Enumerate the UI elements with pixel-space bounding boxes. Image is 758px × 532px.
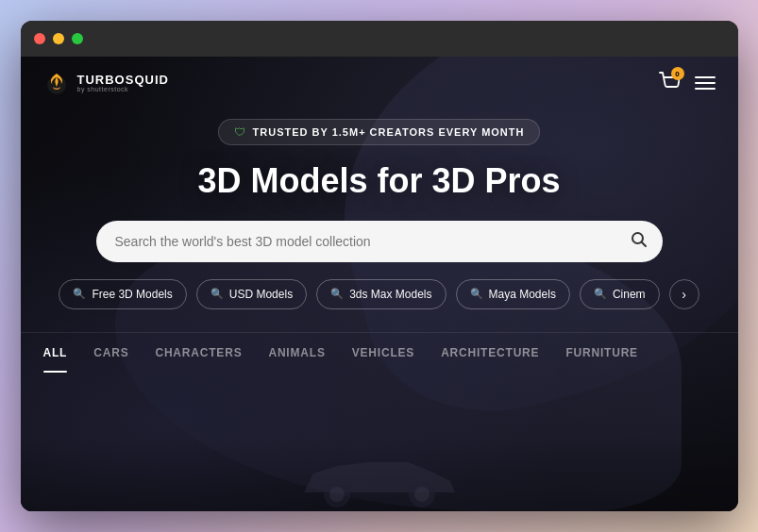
chip-free-3d-models[interactable]: 🔍 Free 3D Models <box>59 279 186 309</box>
nav-right: 0 <box>659 72 716 94</box>
hero-title: 3D Models for 3D Pros <box>43 162 716 200</box>
cart-button[interactable]: 0 <box>659 72 680 94</box>
chip-label-2: 3ds Max Models <box>349 288 431 301</box>
tab-architecture[interactable]: ARCHITECTURE <box>441 333 539 373</box>
navbar: TURBOSQUID by shutterstock 0 <box>21 57 738 109</box>
browser-window: TURBOSQUID by shutterstock 0 <box>21 21 738 511</box>
tab-characters-label: CHARACTERS <box>155 346 242 359</box>
chip-search-icon-3: 🔍 <box>470 288 483 300</box>
chip-3dsmax-models[interactable]: 🔍 3ds Max Models <box>316 279 446 309</box>
hero-section: 🛡 TRUSTED BY 1.5M+ CREATORS EVERY MONTH … <box>21 109 738 309</box>
cart-badge: 0 <box>671 67 684 80</box>
chip-usd-models[interactable]: 🔍 USD Models <box>196 279 307 309</box>
logo-text: TURBOSQUID by shutterstock <box>77 74 169 92</box>
minimize-button[interactable] <box>53 33 64 44</box>
preview-car-silhouette <box>285 445 474 511</box>
svg-point-4 <box>329 487 345 502</box>
tab-vehicles[interactable]: VEHICLES <box>352 333 414 373</box>
logo-main-text: TURBOSQUID <box>77 74 169 86</box>
tab-furniture[interactable]: FURNITURE <box>565 333 638 373</box>
tab-all[interactable]: ALL <box>43 333 68 373</box>
trust-badge: 🛡 TRUSTED BY 1.5M+ CREATORS EVERY MONTH <box>218 119 541 145</box>
hamburger-line-2 <box>695 82 716 84</box>
tab-vehicles-label: VEHICLES <box>352 346 414 359</box>
preview-strip <box>21 436 738 511</box>
browser-titlebar <box>21 21 738 57</box>
chip-label-1: USD Models <box>229 288 293 301</box>
tab-animals-label: ANIMALS <box>268 346 325 359</box>
maximize-button[interactable] <box>72 33 83 44</box>
tab-cars-label: CARS <box>93 346 128 359</box>
trust-text: TRUSTED BY 1.5M+ CREATORS EVERY MONTH <box>253 126 525 138</box>
chip-label-3: Maya Models <box>489 288 556 301</box>
logo-sub-text: by shutterstock <box>77 86 169 92</box>
hamburger-line-3 <box>695 88 716 90</box>
shield-icon: 🛡 <box>234 125 245 139</box>
chip-cinema-models[interactable]: 🔍 Cinem <box>580 279 660 309</box>
chip-search-icon-0: 🔍 <box>73 288 86 300</box>
close-button[interactable] <box>34 33 45 44</box>
quick-search-chips: 🔍 Free 3D Models 🔍 USD Models 🔍 3ds Max … <box>59 279 700 309</box>
chip-search-icon-1: 🔍 <box>211 288 224 300</box>
tab-cars[interactable]: CARS <box>93 333 128 373</box>
search-input[interactable] <box>96 221 663 262</box>
logo-area[interactable]: TURBOSQUID by shutterstock <box>43 70 169 96</box>
chip-search-icon-4: 🔍 <box>594 288 607 300</box>
hamburger-menu[interactable] <box>695 76 716 90</box>
tab-architecture-label: ARCHITECTURE <box>441 346 539 359</box>
tab-animals[interactable]: ANIMALS <box>268 333 325 373</box>
chip-maya-models[interactable]: 🔍 Maya Models <box>456 279 570 309</box>
search-container <box>96 221 663 262</box>
browser-content: TURBOSQUID by shutterstock 0 <box>21 57 738 511</box>
chip-label-4: Cinem <box>613 288 646 301</box>
category-tabs: ALL CARS CHARACTERS ANIMALS VEHICLES ARC… <box>21 332 738 373</box>
tab-furniture-label: FURNITURE <box>565 346 638 359</box>
tab-all-label: ALL <box>43 346 68 359</box>
chip-search-icon-2: 🔍 <box>330 288 344 300</box>
search-icon <box>631 231 648 248</box>
chip-label-0: Free 3D Models <box>92 288 172 301</box>
tab-characters[interactable]: CHARACTERS <box>155 333 242 373</box>
svg-point-5 <box>414 487 430 502</box>
chips-next-button[interactable]: › <box>669 279 699 309</box>
hamburger-line-1 <box>695 76 716 78</box>
search-button[interactable] <box>631 231 648 252</box>
chevron-right-icon: › <box>682 287 686 302</box>
turbosquid-logo-icon <box>43 70 70 96</box>
